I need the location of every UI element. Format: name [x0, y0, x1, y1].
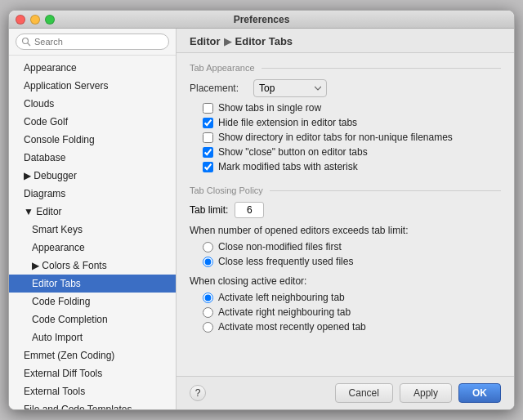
radio-exceeds-group: Close non-modified files firstClose less…	[190, 241, 501, 267]
sidebar-item-code-folding[interactable]: Code Folding	[9, 293, 176, 311]
tab-limit-row: Tab limit:	[190, 202, 501, 218]
sidebar-item-code-golf[interactable]: Code Golf	[9, 113, 176, 131]
ok-button[interactable]: OK	[458, 383, 501, 403]
sidebar-item-colors-fonts[interactable]: ▶ Colors & Fonts	[9, 257, 176, 275]
sidebar-item-smart-keys[interactable]: Smart Keys	[9, 221, 176, 239]
sidebar-item-file-and-code-templates[interactable]: File and Code Templates	[9, 400, 176, 409]
breadcrumb: Editor ▶ Editor Tabs	[190, 35, 501, 47]
radio-activate-right[interactable]	[203, 307, 213, 318]
main-header: Editor ▶ Editor Tabs	[177, 29, 514, 53]
when-exceeds-label: When number of opened editors exceeds ta…	[190, 225, 501, 236]
cancel-button[interactable]: Cancel	[335, 383, 393, 403]
checkbox-mark-modified[interactable]	[203, 162, 213, 172]
sidebar-item-external-diff-tools[interactable]: External Diff Tools	[9, 364, 176, 382]
radio-row-activate-recent: Activate most recently opened tab	[203, 321, 501, 333]
radio-activate-left[interactable]	[203, 293, 213, 303]
radio-label-activate-recent: Activate most recently opened tab	[218, 321, 366, 333]
placement-row: Placement: TopBottomLeftRightNone	[190, 79, 501, 97]
breadcrumb-parent: Editor	[190, 35, 221, 47]
tab-limit-input[interactable]	[235, 202, 264, 218]
sidebar-item-database[interactable]: Database	[9, 149, 176, 167]
checkbox-row-show-close-button: Show "close" button on editor tabs	[203, 146, 501, 158]
tab-appearance-title: Tab Appearance	[190, 63, 501, 73]
tab-limit-label: Tab limit:	[190, 204, 228, 216]
radio-activate-recent[interactable]	[203, 322, 213, 333]
tab-closing-title: Tab Closing Policy	[190, 185, 501, 195]
sidebar-list: AppearanceApplication ServersCloudsCode …	[9, 56, 176, 409]
sidebar-item-diagrams[interactable]: Diagrams	[9, 185, 176, 203]
checkbox-hide-extension[interactable]	[203, 118, 213, 128]
checkbox-label-show-close-button: Show "close" button on editor tabs	[218, 146, 368, 158]
sidebar-item-editor-tabs[interactable]: Editor Tabs	[9, 275, 176, 293]
checkbox-row-show-directory: Show directory in editor tabs for non-un…	[203, 132, 501, 143]
placement-select[interactable]: TopBottomLeftRightNone	[253, 79, 327, 97]
radio-close-less-frequent[interactable]	[203, 257, 213, 267]
search-box	[9, 29, 176, 56]
checkbox-label-mark-modified: Mark modified tabs with asterisk	[218, 161, 358, 172]
close-button[interactable]	[16, 15, 25, 25]
traffic-lights	[16, 15, 55, 25]
sidebar-item-debugger[interactable]: ▶ Debugger	[9, 167, 176, 185]
tab-appearance-section: Tab Appearance Placement: TopBottomLeftR…	[190, 63, 501, 172]
tab-closing-section: Tab Closing Policy Tab limit: When numbe…	[190, 185, 501, 333]
main-body: Tab Appearance Placement: TopBottomLeftR…	[177, 53, 514, 376]
radio-label-activate-right: Activate right neighbouring tab	[218, 306, 351, 318]
sidebar-item-auto-import[interactable]: Auto Import	[9, 328, 176, 346]
main-panel: Editor ▶ Editor Tabs Tab Appearance Plac…	[177, 29, 514, 409]
sidebar-item-code-completion[interactable]: Code Completion	[9, 311, 176, 328]
checkbox-show-single-row[interactable]	[203, 103, 213, 114]
checkboxes-group: Show tabs in single rowHide file extensi…	[190, 102, 501, 172]
content-area: AppearanceApplication ServersCloudsCode …	[9, 29, 514, 409]
radio-label-close-less-frequent: Close less frequently used files	[218, 256, 353, 267]
apply-button[interactable]: Apply	[400, 383, 452, 403]
preferences-window: Preferences AppearanceApplication Server…	[8, 10, 515, 410]
breadcrumb-current: Editor Tabs	[235, 35, 293, 47]
checkbox-label-show-single-row: Show tabs in single row	[218, 102, 321, 114]
checkbox-label-show-directory: Show directory in editor tabs for non-un…	[218, 132, 453, 143]
breadcrumb-separator: ▶	[224, 35, 232, 47]
radio-label-activate-left: Activate left neighbouring tab	[218, 292, 345, 303]
minimize-button[interactable]	[30, 15, 40, 25]
sidebar-item-application-servers[interactable]: Application Servers	[9, 77, 176, 95]
checkbox-label-hide-extension: Hide file extension in editor tabs	[218, 117, 357, 128]
search-input[interactable]	[16, 34, 169, 50]
sidebar-item-clouds[interactable]: Clouds	[9, 95, 176, 113]
sidebar: AppearanceApplication ServersCloudsCode …	[9, 29, 177, 409]
radio-row-activate-left: Activate left neighbouring tab	[203, 292, 501, 303]
when-closing-label: When closing active editor:	[190, 275, 501, 287]
help-button[interactable]: ?	[190, 385, 206, 401]
checkbox-row-hide-extension: Hide file extension in editor tabs	[203, 117, 501, 128]
window-title: Preferences	[234, 14, 290, 25]
radio-row-close-less-frequent: Close less frequently used files	[203, 256, 501, 267]
titlebar: Preferences	[9, 11, 514, 29]
radio-label-close-nonmodified: Close non-modified files first	[218, 241, 342, 252]
sidebar-item-external-tools[interactable]: External Tools	[9, 382, 176, 400]
radio-row-close-nonmodified: Close non-modified files first	[203, 241, 501, 252]
sidebar-item-appearance-sub[interactable]: Appearance	[9, 239, 176, 257]
footer: ? Cancel Apply OK	[177, 376, 514, 409]
placement-label: Placement:	[190, 83, 247, 94]
footer-left: ?	[190, 385, 329, 401]
radio-row-activate-right: Activate right neighbouring tab	[203, 306, 501, 318]
radio-closing-group: Activate left neighbouring tabActivate r…	[190, 292, 501, 333]
checkbox-row-mark-modified: Mark modified tabs with asterisk	[203, 161, 501, 172]
sidebar-item-emmet[interactable]: Emmet (Zen Coding)	[9, 346, 176, 364]
sidebar-item-editor[interactable]: ▼ Editor	[9, 203, 176, 221]
checkbox-show-directory[interactable]	[203, 132, 213, 143]
checkbox-show-close-button[interactable]	[203, 147, 213, 158]
checkbox-row-show-single-row: Show tabs in single row	[203, 102, 501, 114]
radio-close-nonmodified[interactable]	[203, 242, 213, 252]
sidebar-item-console-folding[interactable]: Console Folding	[9, 131, 176, 149]
sidebar-item-appearance[interactable]: Appearance	[9, 59, 176, 77]
maximize-button[interactable]	[45, 15, 55, 25]
